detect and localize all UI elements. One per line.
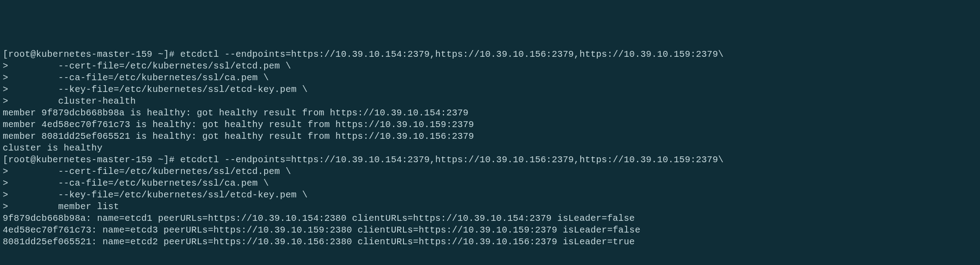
terminal-line-command-prompt: [root@kubernetes-master-159 ~]# etcdctl …	[3, 49, 977, 60]
terminal-line-continuation: > cluster-health	[3, 96, 977, 107]
terminal-line-output: member 9f879dcb668b98a is healthy: got h…	[3, 107, 977, 119]
terminal-line-continuation: > member list	[3, 201, 977, 213]
terminal-line-output: cluster is healthy	[3, 142, 977, 154]
terminal-line-continuation: > --ca-file=/etc/kubernetes/ssl/ca.pem \	[3, 72, 977, 84]
terminal-output[interactable]: [root@kubernetes-master-159 ~]# etcdctl …	[3, 49, 977, 248]
terminal-line-continuation: > --key-file=/etc/kubernetes/ssl/etcd-ke…	[3, 189, 977, 201]
terminal-line-continuation: > --key-file=/etc/kubernetes/ssl/etcd-ke…	[3, 84, 977, 96]
terminal-line-continuation: > --cert-file=/etc/kubernetes/ssl/etcd.p…	[3, 166, 977, 178]
terminal-line-command-prompt: [root@kubernetes-master-159 ~]# etcdctl …	[3, 154, 977, 166]
terminal-line-output: member 4ed58ec70f761c73 is healthy: got …	[3, 119, 977, 131]
terminal-line-continuation: > --ca-file=/etc/kubernetes/ssl/ca.pem \	[3, 178, 977, 189]
terminal-line-output: member 8081dd25ef065521 is healthy: got …	[3, 131, 977, 142]
terminal-line-output: 9f879dcb668b98a: name=etcd1 peerURLs=htt…	[3, 213, 977, 224]
terminal-line-output: 8081dd25ef065521: name=etcd2 peerURLs=ht…	[3, 236, 977, 248]
terminal-line-continuation: > --cert-file=/etc/kubernetes/ssl/etcd.p…	[3, 60, 977, 72]
terminal-line-output: 4ed58ec70f761c73: name=etcd3 peerURLs=ht…	[3, 224, 977, 236]
